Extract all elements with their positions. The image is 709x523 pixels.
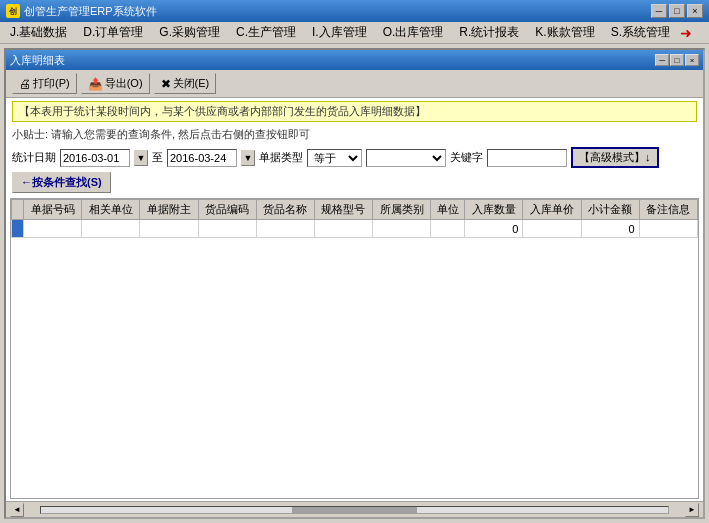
inner-window-title: 入库明细表 [10, 53, 655, 68]
title-bar-controls: ─ □ × [651, 4, 703, 18]
col-indicator [12, 200, 24, 220]
keyword-label: 关键字 [450, 150, 483, 165]
inner-minimize-button[interactable]: ─ [655, 54, 669, 66]
hint-text: 小贴士: 请输入您需要的查询条件, 然后点击右侧的查按钮即可 [6, 125, 703, 144]
cell-unit [431, 220, 465, 238]
horizontal-scrollbar[interactable] [40, 506, 669, 514]
menu-system[interactable]: S.系统管理 [603, 22, 678, 43]
date-label: 统计日期 [12, 150, 56, 165]
col-price: 入库单价 [523, 200, 581, 220]
col-subtotal: 小计金额 [581, 200, 639, 220]
menu-reports[interactable]: R.统计报表 [451, 22, 527, 43]
cell-spec [314, 220, 372, 238]
scroll-right-button[interactable]: ► [685, 503, 699, 517]
cell-remarks [639, 220, 697, 238]
print-icon: 🖨 [19, 77, 31, 91]
search-button[interactable]: ←按条件查找(S) [12, 172, 111, 193]
menu-purchase[interactable]: G.采购管理 [151, 22, 228, 43]
status-bar: ◄ ► [6, 501, 703, 517]
menu-orders[interactable]: D.订单管理 [75, 22, 151, 43]
col-supplier: 相关单位 [82, 200, 140, 220]
cell-supplier [82, 220, 140, 238]
col-product-name: 货品名称 [256, 200, 314, 220]
menu-bar: J.基础数据 D.订单管理 G.采购管理 C.生产管理 I.入库管理 O.出库管… [0, 22, 709, 44]
inner-toolbar: 🖨 打印(P) 📤 导出(O) ✖ 关闭(E) [6, 70, 703, 98]
close-button[interactable]: × [687, 4, 703, 18]
cell-qty: 0 [465, 220, 523, 238]
cell-category [373, 220, 431, 238]
minimize-button[interactable]: ─ [651, 4, 667, 18]
inner-close-button[interactable]: × [685, 54, 699, 66]
close-icon: ✖ [161, 77, 171, 91]
scroll-left-button[interactable]: ◄ [10, 503, 24, 517]
export-button[interactable]: 📤 导出(O) [81, 73, 150, 94]
cell-product-code [198, 220, 256, 238]
date-from-picker-button[interactable]: ▼ [134, 150, 148, 166]
col-doc-no: 单据号码 [24, 200, 82, 220]
keyword-input[interactable] [487, 149, 567, 167]
date-to-input[interactable] [167, 149, 237, 167]
inner-window: 入库明细表 ─ □ × 🖨 打印(P) 📤 导出(O) ✖ 关闭(E) 【本表 [4, 48, 705, 519]
col-unit: 单位 [431, 200, 465, 220]
filter-row: 统计日期 ▼ 至 ▼ 单据类型 等于 包含 不等于 关键字 【高级模式】↓ ←按… [6, 144, 703, 196]
type-label: 单据类型 [259, 150, 303, 165]
row-indicator-cell [12, 220, 24, 238]
cell-product-name [256, 220, 314, 238]
table-row[interactable]: 0 0 [12, 220, 698, 238]
app-title: 创管生产管理ERP系统软件 [24, 4, 651, 19]
app-icon: 创 [6, 4, 20, 18]
scroll-thumb [292, 507, 417, 513]
col-doc-date: 单据附主 [140, 200, 198, 220]
maximize-button[interactable]: □ [669, 4, 685, 18]
col-product-code: 货品编码 [198, 200, 256, 220]
menu-inbound[interactable]: I.入库管理 [304, 22, 375, 43]
title-bar: 创 创管生产管理ERP系统软件 ─ □ × [0, 0, 709, 22]
export-icon: 📤 [88, 77, 103, 91]
close-inner-button[interactable]: ✖ 关闭(E) [154, 73, 217, 94]
main-area: 入库明细表 ─ □ × 🖨 打印(P) 📤 导出(O) ✖ 关闭(E) 【本表 [0, 44, 709, 523]
date-from-input[interactable] [60, 149, 130, 167]
col-qty: 入库数量 [465, 200, 523, 220]
date-to-picker-button[interactable]: ▼ [241, 150, 255, 166]
menu-basics[interactable]: J.基础数据 [2, 22, 75, 43]
type-value-select[interactable] [366, 149, 446, 167]
info-text: 【本表用于统计某段时间内，与某个供应商或者内部部门发生的货品入库明细数据】 [12, 101, 697, 122]
menu-arrow-icon: ➜ [680, 25, 692, 41]
cell-doc-no [24, 220, 82, 238]
cell-subtotal: 0 [581, 220, 639, 238]
data-table-container[interactable]: 单据号码 相关单位 单据附主 货品编码 货品名称 规格型号 所属类别 单位 入库… [10, 198, 699, 499]
date-to-label: 至 [152, 150, 163, 165]
print-button[interactable]: 🖨 打印(P) [12, 73, 77, 94]
table-header-row: 单据号码 相关单位 单据附主 货品编码 货品名称 规格型号 所属类别 单位 入库… [12, 200, 698, 220]
data-table: 单据号码 相关单位 单据附主 货品编码 货品名称 规格型号 所属类别 单位 入库… [11, 199, 698, 238]
menu-outbound[interactable]: O.出库管理 [375, 22, 452, 43]
menu-video[interactable]: 【视频教程，先看再用】 [694, 22, 709, 43]
inner-title-bar: 入库明细表 ─ □ × [6, 50, 703, 70]
menu-production[interactable]: C.生产管理 [228, 22, 304, 43]
type-select[interactable]: 等于 包含 不等于 [307, 149, 362, 167]
cell-price [523, 220, 581, 238]
col-spec: 规格型号 [314, 200, 372, 220]
col-category: 所属类别 [373, 200, 431, 220]
menu-accounts[interactable]: K.账款管理 [527, 22, 602, 43]
col-remarks: 备注信息 [639, 200, 697, 220]
inner-title-controls: ─ □ × [655, 54, 699, 66]
inner-maximize-button[interactable]: □ [670, 54, 684, 66]
advanced-mode-button[interactable]: 【高级模式】↓ [571, 147, 659, 168]
cell-doc-date [140, 220, 198, 238]
